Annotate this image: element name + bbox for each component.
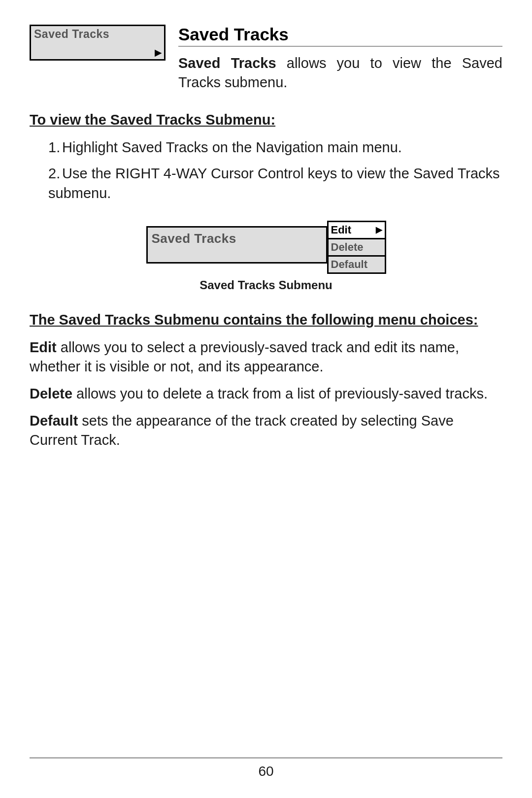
footer-rule: [30, 757, 502, 759]
saved-tracks-menu-box: Saved Tracks ▶: [30, 25, 166, 61]
submenu-graphic: Saved Tracks Edit ▶ Delete Default: [146, 221, 386, 272]
list-item: 1.Highlight Saved Tracks on the Navigati…: [48, 138, 502, 157]
choice-rest: sets the appearance of the track created…: [30, 413, 454, 448]
submenu-options-column: Edit ▶ Delete Default: [327, 221, 386, 272]
submenu-option-default: Default: [327, 255, 386, 274]
step-text: Use the RIGHT 4-WAY Cursor Control keys …: [48, 166, 500, 200]
option-label: Delete: [331, 241, 364, 253]
step-number: 1.: [48, 138, 62, 157]
option-label: Default: [331, 258, 368, 270]
choice-delete: Delete allows you to delete a track from…: [30, 384, 502, 403]
choice-bold: Edit: [30, 339, 57, 355]
choice-default: Default sets the appearance of the track…: [30, 411, 502, 450]
submenu-option-delete: Delete: [327, 238, 386, 257]
list-item: 2.Use the RIGHT 4-WAY Cursor Control key…: [48, 164, 502, 202]
howto-title: To view the Saved Tracks Submenu:: [30, 112, 502, 128]
section-heading: Saved Tracks: [178, 25, 502, 44]
page-number: 60: [0, 764, 532, 779]
choices-title: The Saved Tracks Submenu contains the fo…: [30, 312, 502, 328]
submenu-left-label: Saved Tracks: [148, 228, 326, 246]
step-number: 2.: [48, 164, 62, 183]
choice-bold: Default: [30, 413, 78, 429]
choice-edit: Edit allows you to select a previously-s…: [30, 338, 502, 376]
intro-bold: Saved Tracks: [178, 55, 276, 71]
figure-caption: Saved Tracks Submenu: [30, 278, 502, 292]
step-text: Highlight Saved Tracks on the Navigation…: [62, 139, 402, 155]
option-label: Edit: [331, 224, 352, 236]
header-rule: [178, 46, 502, 47]
choice-rest: allows you to select a previously-saved …: [30, 339, 459, 374]
chevron-right-icon: ▶: [376, 225, 382, 235]
submenu-option-edit: Edit ▶: [327, 221, 386, 239]
section-header-block: Saved Tracks Saved Tracks allows you to …: [178, 25, 502, 92]
menu-box-label: Saved Tracks: [31, 26, 164, 41]
submenu-figure: Saved Tracks Edit ▶ Delete Default Saved…: [30, 221, 502, 292]
top-row: Saved Tracks ▶ Saved Tracks Saved Tracks…: [30, 25, 502, 92]
intro-paragraph: Saved Tracks allows you to view the Save…: [178, 54, 502, 92]
howto-steps: 1.Highlight Saved Tracks on the Navigati…: [30, 138, 502, 202]
choice-rest: allows you to delete a track from a list…: [72, 386, 488, 401]
chevron-right-icon: ▶: [155, 47, 162, 58]
choice-bold: Delete: [30, 386, 72, 401]
submenu-left-box: Saved Tracks: [146, 226, 328, 264]
